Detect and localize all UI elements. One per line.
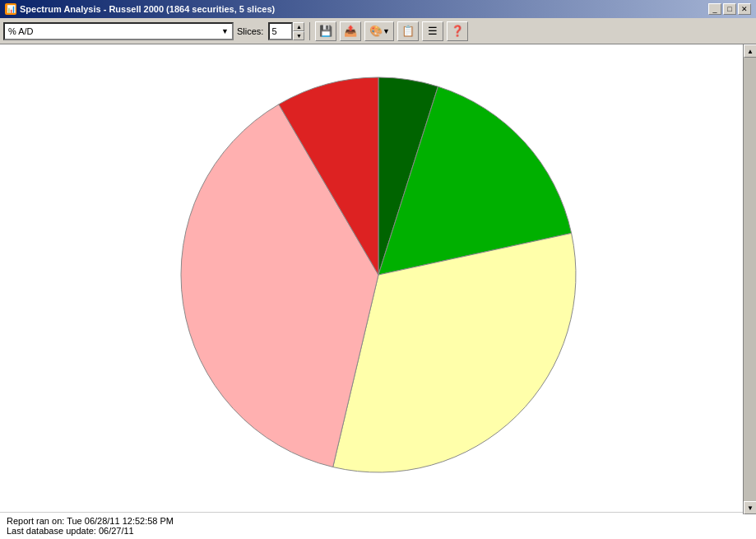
title-bar: 📊 Spectrum Analysis - Russell 2000 (1864… xyxy=(0,0,756,18)
title-bar-buttons: _ □ ✕ xyxy=(708,3,751,15)
table-button[interactable]: 📋 xyxy=(397,21,419,41)
footer-line1: Report ran on: Tue 06/28/11 12:52:58 PM xyxy=(7,516,749,526)
columns-button[interactable]: ☰ xyxy=(422,21,443,41)
toolbar: % A/D ▼ Slices: 5 ▲ ▼ 💾 📤 🎨▼ 📋 ☰ ❓ xyxy=(0,18,756,44)
close-button[interactable]: ✕ xyxy=(738,3,751,15)
slices-up-button[interactable]: ▲ xyxy=(293,22,304,31)
dropdown-arrow-icon[interactable]: ▼ xyxy=(221,27,229,35)
main-window: 📊 Spectrum Analysis - Russell 2000 (1864… xyxy=(0,0,756,539)
footer-line2: Last database update: 06/27/11 xyxy=(7,526,749,536)
window-title: Spectrum Analysis - Russell 2000 (1864 s… xyxy=(20,4,275,14)
dropdown-value: % A/D xyxy=(8,26,221,36)
app-icon: 📊 xyxy=(5,3,16,15)
scrollbar: ▲ ▼ xyxy=(743,44,756,514)
minimize-button[interactable]: _ xyxy=(708,3,721,15)
scroll-down-button[interactable]: ▼ xyxy=(744,501,756,514)
slices-label: Slices: xyxy=(237,26,263,36)
pie-chart xyxy=(165,61,592,489)
color-picker-button[interactable]: 🎨▼ xyxy=(364,21,394,41)
save-button[interactable]: 💾 xyxy=(315,21,336,41)
slices-control: 5 ▲ ▼ xyxy=(268,22,304,40)
export-button[interactable]: 📤 xyxy=(340,21,361,41)
title-bar-left: 📊 Spectrum Analysis - Russell 2000 (1864… xyxy=(5,3,275,15)
indicator-dropdown[interactable]: % A/D ▼ xyxy=(3,22,234,40)
scroll-track[interactable] xyxy=(744,58,756,501)
footer: Report ran on: Tue 06/28/11 12:52:58 PM … xyxy=(0,512,756,539)
help-button[interactable]: ❓ xyxy=(447,21,468,41)
slices-spinners: ▲ ▼ xyxy=(293,22,304,40)
toolbar-separator-1 xyxy=(309,22,310,40)
content-area: Value ▽ Percent A Accumulation > 60.00 a… xyxy=(0,44,756,539)
slices-down-button[interactable]: ▼ xyxy=(293,31,304,40)
chart-area xyxy=(0,44,756,513)
scroll-up-button[interactable]: ▲ xyxy=(744,44,756,58)
slices-input[interactable]: 5 xyxy=(268,22,293,40)
maximize-button[interactable]: □ xyxy=(723,3,736,15)
